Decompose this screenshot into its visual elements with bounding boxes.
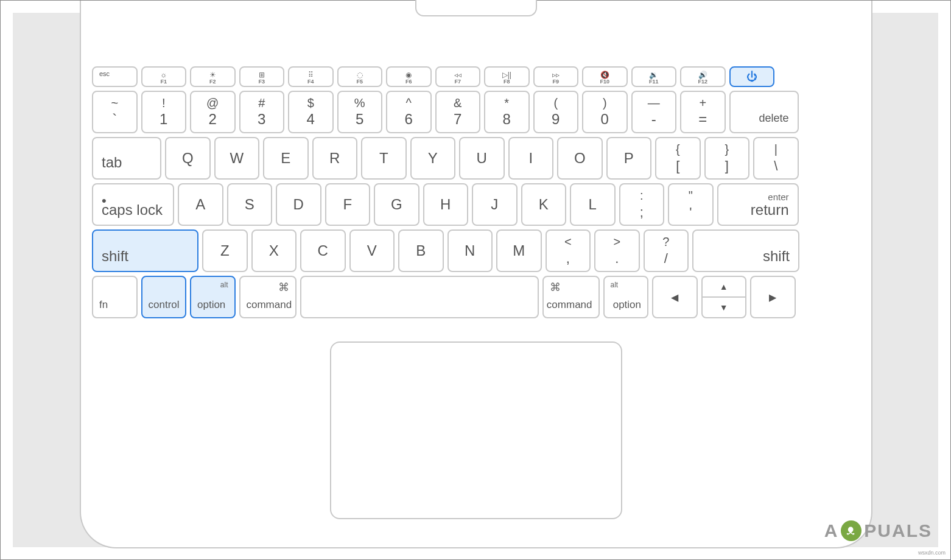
comma-key[interactable]: <, bbox=[546, 229, 591, 272]
5-key[interactable]: %5 bbox=[337, 91, 383, 133]
f11-key[interactable]: 🔉F11 bbox=[631, 66, 677, 87]
frame: esc ☼F1 ☀F2 ⊞F3 ⠿F4 ◌F5 ◉F6 ◃◃F7 ▷||F8 ▹… bbox=[0, 0, 951, 560]
qwerty-row: tab Q W E R T Y U I O P {[ }] |\ bbox=[92, 137, 860, 180]
tab-key[interactable]: tab bbox=[92, 137, 161, 180]
6-key[interactable]: ^6 bbox=[386, 91, 432, 133]
f1-key[interactable]: ☼F1 bbox=[141, 66, 187, 87]
spacebar-key[interactable] bbox=[300, 276, 539, 318]
down-arrow-key[interactable]: ▼ bbox=[701, 297, 747, 318]
w-key[interactable]: W bbox=[214, 137, 260, 180]
left-option-key[interactable]: altoption bbox=[190, 276, 236, 318]
kb-brightness-up-icon: ◉ bbox=[405, 71, 412, 79]
8-key[interactable]: *8 bbox=[484, 91, 530, 133]
j-key[interactable]: J bbox=[472, 183, 518, 226]
i-key[interactable]: I bbox=[508, 137, 554, 180]
left-shift-key[interactable]: shift bbox=[92, 229, 198, 272]
x-key[interactable]: X bbox=[251, 229, 297, 272]
z-key[interactable]: Z bbox=[202, 229, 248, 272]
zxc-row: shift Z X C V B N M <, >. ?/ shift bbox=[92, 229, 860, 272]
function-row: esc ☼F1 ☀F2 ⊞F3 ⠿F4 ◌F5 ◉F6 ◃◃F7 ▷||F8 ▹… bbox=[92, 66, 860, 87]
volume-up-icon: 🔊 bbox=[698, 71, 707, 79]
control-key[interactable]: control bbox=[141, 276, 187, 318]
f-key[interactable]: F bbox=[325, 183, 371, 226]
right-bracket-key[interactable]: }] bbox=[704, 137, 750, 180]
bottom-row: fn control altoption ⌘command ⌘command a… bbox=[92, 276, 860, 318]
minus-key[interactable]: —- bbox=[631, 91, 677, 133]
p-key[interactable]: P bbox=[606, 137, 652, 180]
quote-key[interactable]: "' bbox=[668, 183, 714, 226]
equals-key[interactable]: += bbox=[680, 91, 726, 133]
2-key[interactable]: @2 bbox=[190, 91, 236, 133]
trackpad[interactable] bbox=[330, 341, 622, 519]
right-shift-key[interactable]: shift bbox=[692, 229, 799, 272]
1-key[interactable]: !1 bbox=[141, 91, 187, 133]
left-bracket-key[interactable]: {[ bbox=[655, 137, 701, 180]
command-icon: ⌘ bbox=[278, 281, 289, 294]
k-key[interactable]: K bbox=[521, 183, 567, 226]
u-key[interactable]: U bbox=[459, 137, 505, 180]
e-key[interactable]: E bbox=[263, 137, 309, 180]
f7-key[interactable]: ◃◃F7 bbox=[435, 66, 481, 87]
right-option-key[interactable]: altoption bbox=[603, 276, 649, 318]
left-command-key[interactable]: ⌘command bbox=[239, 276, 297, 318]
f10-key[interactable]: 🔇F10 bbox=[582, 66, 628, 87]
f12-key[interactable]: 🔊F12 bbox=[680, 66, 726, 87]
f5-key[interactable]: ◌F5 bbox=[337, 66, 383, 87]
play-pause-icon: ▷|| bbox=[502, 71, 511, 79]
credit-text: wsxdn.com bbox=[918, 550, 946, 556]
r-key[interactable]: R bbox=[312, 137, 358, 180]
period-key[interactable]: >. bbox=[594, 229, 640, 272]
f9-key[interactable]: ▹▹F9 bbox=[533, 66, 579, 87]
v-key[interactable]: V bbox=[349, 229, 395, 272]
4-key[interactable]: $4 bbox=[288, 91, 334, 133]
a-key[interactable]: A bbox=[178, 183, 223, 226]
c-key[interactable]: C bbox=[300, 229, 346, 272]
f2-key[interactable]: ☀F2 bbox=[190, 66, 236, 87]
delete-key[interactable]: delete bbox=[729, 91, 799, 133]
return-key[interactable]: enterreturn bbox=[717, 183, 799, 226]
f8-key[interactable]: ▷||F8 bbox=[484, 66, 530, 87]
t-key[interactable]: T bbox=[361, 137, 407, 180]
y-key[interactable]: Y bbox=[410, 137, 456, 180]
mute-icon: 🔇 bbox=[600, 71, 609, 79]
launchpad-icon: ⠿ bbox=[308, 71, 314, 79]
owl-icon: ᴥ bbox=[841, 520, 862, 541]
semicolon-key[interactable]: :; bbox=[619, 183, 665, 226]
n-key[interactable]: N bbox=[447, 229, 493, 272]
backslash-key[interactable]: |\ bbox=[753, 137, 799, 180]
number-row: ~` !1 @2 #3 $4 %5 ^6 &7 *8 (9 )0 —- += d… bbox=[92, 91, 860, 133]
slash-key[interactable]: ?/ bbox=[644, 229, 689, 272]
volume-down-icon: 🔉 bbox=[649, 71, 658, 79]
l-key[interactable]: L bbox=[570, 183, 616, 226]
keyboard: esc ☼F1 ☀F2 ⊞F3 ⠿F4 ◌F5 ◉F6 ◃◃F7 ▷||F8 ▹… bbox=[92, 66, 860, 318]
laptop-notch bbox=[415, 0, 537, 16]
b-key[interactable]: B bbox=[398, 229, 444, 272]
left-arrow-key[interactable]: ◀ bbox=[652, 276, 698, 318]
esc-key[interactable]: esc bbox=[92, 66, 138, 87]
caps-indicator-icon: • bbox=[102, 193, 107, 209]
o-key[interactable]: O bbox=[557, 137, 603, 180]
f4-key[interactable]: ⠿F4 bbox=[288, 66, 334, 87]
fast-forward-icon: ▹▹ bbox=[552, 71, 560, 79]
g-key[interactable]: G bbox=[374, 183, 419, 226]
fn-key[interactable]: fn bbox=[92, 276, 138, 318]
7-key[interactable]: &7 bbox=[435, 91, 481, 133]
3-key[interactable]: #3 bbox=[239, 91, 285, 133]
laptop-body: esc ☼F1 ☀F2 ⊞F3 ⠿F4 ◌F5 ◉F6 ◃◃F7 ▷||F8 ▹… bbox=[80, 1, 872, 548]
s-key[interactable]: S bbox=[227, 183, 273, 226]
right-command-key[interactable]: ⌘command bbox=[542, 276, 600, 318]
up-arrow-key[interactable]: ▲ bbox=[701, 276, 747, 297]
power-key[interactable]: ⏻ bbox=[729, 66, 775, 87]
q-key[interactable]: Q bbox=[165, 137, 211, 180]
f6-key[interactable]: ◉F6 bbox=[386, 66, 432, 87]
h-key[interactable]: H bbox=[423, 183, 469, 226]
power-icon: ⏻ bbox=[746, 71, 757, 83]
f3-key[interactable]: ⊞F3 bbox=[239, 66, 285, 87]
9-key[interactable]: (9 bbox=[533, 91, 579, 133]
right-arrow-key[interactable]: ▶ bbox=[750, 276, 796, 318]
0-key[interactable]: )0 bbox=[582, 91, 628, 133]
backtick-key[interactable]: ~` bbox=[92, 91, 138, 133]
caps-lock-key[interactable]: •caps lock bbox=[92, 183, 174, 226]
m-key[interactable]: M bbox=[496, 229, 542, 272]
d-key[interactable]: D bbox=[276, 183, 321, 226]
